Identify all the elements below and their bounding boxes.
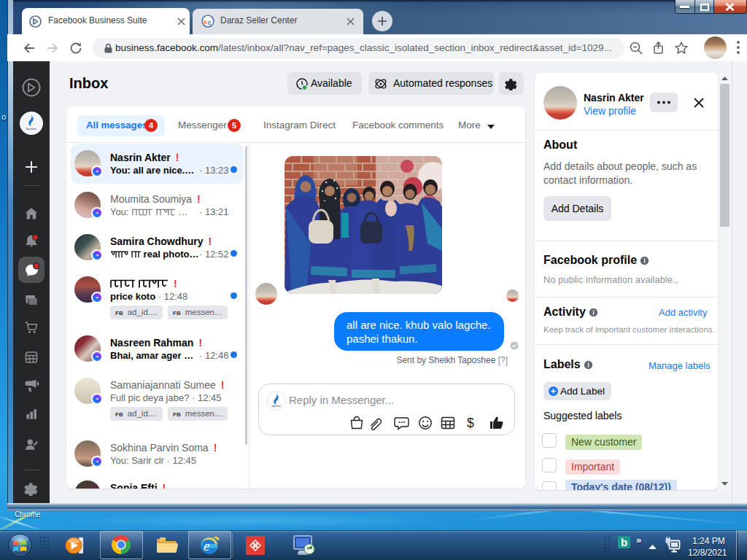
svg-text:s: s xyxy=(204,18,207,26)
svg-text:Taposhee: Taposhee xyxy=(26,128,36,131)
svg-text:Taposhee: Taposhee xyxy=(271,405,281,408)
svg-text:c: c xyxy=(207,19,211,26)
svg-text:e: e xyxy=(204,538,209,553)
